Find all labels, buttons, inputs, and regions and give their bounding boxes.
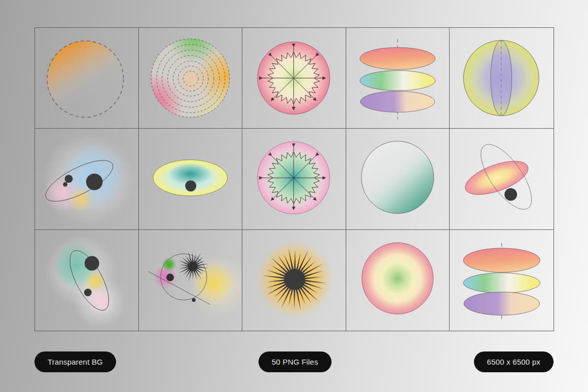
feature-badges: Transparent BG 50 PNG Files 6500 x 6500 … [34, 351, 554, 372]
tile-ellipse-eye [139, 129, 243, 229]
badge-file-count: 50 PNG Files [259, 351, 332, 372]
tile-circle-teal-fade [346, 129, 450, 229]
stacked-ellipses-illustration [346, 28, 450, 128]
tile-orbit-starburst [139, 230, 243, 331]
circle-teal-fade-illustration [346, 129, 450, 229]
tile-radial-circle-pink-green [346, 230, 450, 331]
orbit-starburst-illustration [139, 230, 242, 331]
dashed-circle-orange-fade-illustration [35, 28, 138, 128]
tile-orbit-blobs-blue [35, 129, 139, 229]
tile-arrows-zigzag-pink-teal [242, 129, 346, 229]
badge-dimensions: 6500 x 6500 px [474, 351, 554, 372]
tilted-ellipse-orbit-illustration [450, 129, 554, 229]
tile-stacked-ellipses-bottom [450, 230, 554, 331]
tile-arrows-zigzag-pink-green [242, 28, 346, 129]
ellipse-eye-illustration [139, 129, 242, 229]
tile-stacked-ellipses-top [346, 28, 450, 129]
orbit-blobs-teal-illustration [35, 230, 138, 331]
tile-orbit-blobs-teal [35, 230, 139, 331]
asset-preview-grid [34, 27, 554, 331]
tile-dashed-circle-orange-fade [35, 28, 139, 129]
tile-tilted-ellipse-orbit [450, 129, 554, 229]
stacked-ellipses-variant-illustration [450, 230, 554, 331]
orbit-blobs-blue-illustration [35, 129, 138, 229]
sphere-lens-illustration [450, 28, 554, 128]
arrows-zigzag-illustration [242, 28, 346, 128]
arrows-zigzag-teal-illustration [242, 129, 346, 229]
tile-concentric-dashed-rings [139, 28, 243, 129]
concentric-rings-illustration [139, 28, 242, 128]
radial-circle-illustration [346, 230, 450, 331]
badge-transparent-bg: Transparent BG [34, 351, 116, 372]
tile-starburst-amber [242, 230, 346, 331]
starburst-amber-illustration [242, 230, 346, 331]
tile-sphere-lens [450, 28, 554, 129]
